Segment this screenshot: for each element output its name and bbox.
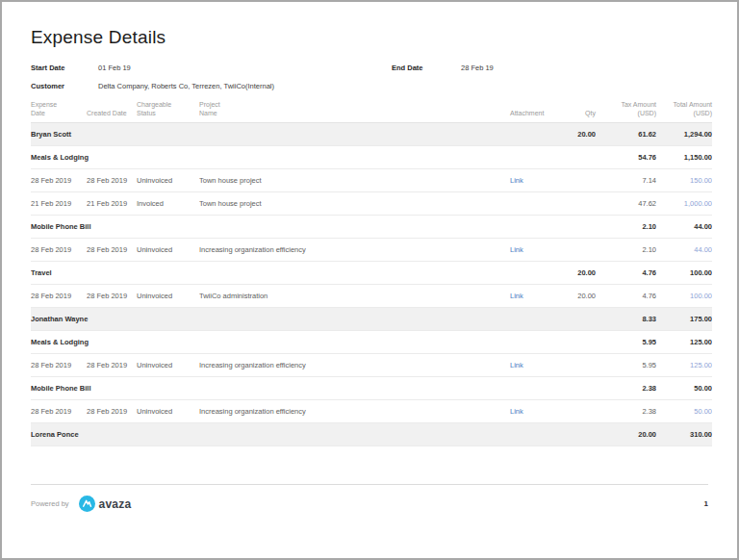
page-title: Expense Details	[31, 27, 708, 48]
tax-value: 61.62	[596, 123, 656, 146]
person-row: Bryan Scott 20.00 61.62 1,294.00	[31, 123, 712, 146]
tax-value: 8.33	[596, 308, 656, 331]
tax-value: 2.38	[596, 400, 656, 423]
chargeable-status: Uninvoiced	[137, 400, 199, 423]
filter-start-date: Start Date 01 Feb 19	[31, 64, 392, 72]
category-name: Meals & Lodging	[31, 331, 555, 354]
attachment-cell	[502, 192, 555, 216]
start-date-value: 01 Feb 19	[98, 64, 131, 72]
start-date-label: Start Date	[31, 64, 98, 72]
tax-value: 2.38	[596, 377, 656, 400]
created-date: 28 Feb 2019	[87, 169, 137, 192]
tax-value: 5.95	[596, 331, 656, 354]
column-header-total-amount: Total Amount (USD)	[656, 100, 712, 123]
expense-date: 21 Feb 2019	[31, 192, 87, 216]
report-filters: Start Date 01 Feb 19 End Date 28 Feb 19 …	[31, 64, 708, 90]
attachment-link[interactable]: Link	[510, 292, 523, 300]
total-value[interactable]: 100.00	[656, 285, 712, 308]
created-date: 28 Feb 2019	[87, 400, 137, 423]
expense-row: 28 Feb 2019 28 Feb 2019 Uninvoiced Incre…	[31, 400, 712, 423]
qty-value: 20.00	[555, 285, 596, 308]
person-row: Jonathan Wayne 8.33 175.00	[31, 308, 712, 331]
filter-customer: Customer Delta Company, Roberts Co, Terr…	[31, 82, 274, 90]
created-date: 28 Feb 2019	[87, 239, 137, 262]
total-value: 310.00	[656, 423, 712, 446]
tax-value: 54.76	[596, 146, 656, 169]
tax-value: 20.00	[596, 423, 656, 446]
chargeable-status: Uninvoiced	[137, 169, 199, 192]
end-date-label: End Date	[392, 64, 461, 72]
end-date-value: 28 Feb 19	[461, 64, 494, 72]
attachment-link[interactable]: Link	[510, 245, 523, 254]
page-number: 1	[704, 499, 708, 508]
chargeable-status: Uninvoiced	[137, 354, 199, 377]
expense-row: 28 Feb 2019 28 Feb 2019 Uninvoiced Incre…	[31, 354, 712, 377]
total-value: 100.00	[656, 262, 712, 285]
attachment-link[interactable]: Link	[510, 407, 523, 416]
chargeable-status: Invoiced	[137, 192, 199, 216]
qty-value	[555, 423, 596, 446]
total-value[interactable]: 125.00	[656, 354, 712, 377]
expense-date: 28 Feb 2019	[31, 400, 87, 423]
tax-value: 5.95	[596, 354, 656, 377]
category-row: Meals & Lodging 5.95 125.00	[31, 331, 712, 354]
expense-date: 28 Feb 2019	[31, 354, 87, 377]
project-name: TwiiCo administration	[199, 285, 502, 308]
created-date: 21 Feb 2019	[87, 192, 137, 216]
customer-label: Customer	[31, 82, 98, 90]
qty-value	[555, 216, 596, 239]
category-row: Mobile Phone Bill 2.10 44.00	[31, 216, 712, 239]
category-name: Mobile Phone Bill	[31, 216, 555, 239]
expense-row: 28 Feb 2019 28 Feb 2019 Uninvoiced Incre…	[31, 239, 712, 262]
qty-value	[555, 169, 596, 192]
expense-date: 28 Feb 2019	[31, 239, 87, 262]
total-value: 1,294.00	[656, 123, 712, 146]
expense-row: 28 Feb 2019 28 Feb 2019 Uninvoiced Town …	[31, 169, 712, 192]
attachment-link[interactable]: Link	[510, 176, 523, 185]
total-value[interactable]: 44.00	[656, 239, 712, 262]
column-header-attachment: Attachment	[502, 100, 555, 123]
project-name: Increasing organization efficiency	[199, 239, 502, 262]
filter-end-date: End Date 28 Feb 19	[392, 64, 494, 72]
powered-by-label: Powered by	[31, 499, 69, 508]
category-row: Travel 20.00 4.76 100.00	[31, 262, 712, 285]
chargeable-status: Uninvoiced	[137, 285, 199, 308]
person-row: Lorena Ponce 20.00 310.00	[31, 423, 712, 446]
avaza-wordmark: avaza	[99, 497, 132, 511]
report-footer: Powered by avaza 1	[31, 484, 708, 512]
total-value: 175.00	[656, 308, 712, 331]
total-value: 44.00	[656, 216, 712, 239]
chargeable-status: Uninvoiced	[137, 239, 199, 262]
expense-row: 21 Feb 2019 21 Feb 2019 Invoiced Town ho…	[31, 192, 712, 216]
total-value[interactable]: 50.00	[656, 400, 712, 423]
total-value[interactable]: 150.00	[656, 169, 712, 192]
project-name: Increasing organization efficiency	[199, 354, 502, 377]
expense-table: Expense Date Created Date Chargeable Sta…	[31, 100, 712, 446]
qty-value	[555, 146, 596, 169]
category-name: Mobile Phone Bill	[31, 377, 555, 400]
qty-value	[555, 331, 596, 354]
expense-row: 28 Feb 2019 28 Feb 2019 Uninvoiced TwiiC…	[31, 285, 712, 308]
project-name: Town house project	[199, 169, 502, 192]
column-header-qty: Qty	[555, 100, 596, 123]
qty-value	[555, 239, 596, 262]
person-name: Lorena Ponce	[31, 423, 555, 446]
category-name: Travel	[31, 262, 555, 285]
total-value: 50.00	[656, 377, 712, 400]
avaza-logo-icon	[79, 496, 95, 512]
column-header-project-name: Project Name	[199, 100, 502, 123]
column-header-chargeable-status: Chargeable Status	[137, 100, 199, 123]
qty-value: 20.00	[555, 262, 596, 285]
tax-value: 7.14	[596, 169, 656, 192]
project-name: Increasing organization efficiency	[199, 400, 502, 423]
column-header-expense-date: Expense Date	[31, 100, 87, 123]
project-name: Town house project	[199, 192, 502, 216]
attachment-link[interactable]: Link	[510, 361, 523, 369]
qty-value	[555, 192, 596, 216]
filter-row-customer: Customer Delta Company, Roberts Co, Terr…	[31, 82, 708, 90]
total-value: 1,150.00	[656, 146, 712, 169]
total-value: 125.00	[656, 331, 712, 354]
total-value[interactable]: 1,000.00	[656, 192, 712, 216]
avaza-brand-link[interactable]: avaza	[79, 496, 132, 512]
expense-date: 28 Feb 2019	[31, 169, 87, 192]
